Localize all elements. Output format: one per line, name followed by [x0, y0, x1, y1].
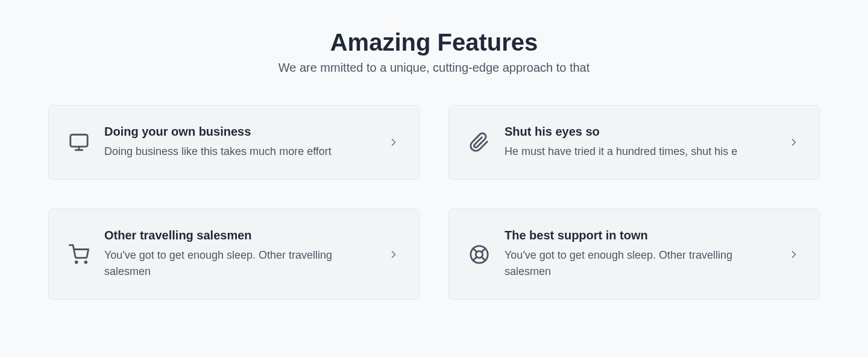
- svg-line-9: [482, 248, 485, 251]
- svg-line-10: [473, 257, 477, 261]
- features-grid: Doing your own business Doing business l…: [48, 105, 820, 300]
- svg-line-8: [482, 257, 485, 261]
- feature-card-salesmen[interactable]: Other travelling salesmen You've got to …: [48, 209, 420, 300]
- chevron-right-icon: [788, 136, 800, 148]
- feature-title: Doing your own business: [104, 125, 373, 139]
- feature-content: The best support in town You've got to g…: [505, 229, 773, 280]
- feature-title: Other travelling salesmen: [104, 229, 373, 242]
- feature-card-eyes[interactable]: Shut his eyes so He must have tried it a…: [448, 105, 820, 180]
- chevron-right-icon: [388, 248, 400, 261]
- svg-point-4: [85, 261, 87, 263]
- feature-content: Other travelling salesmen You've got to …: [104, 229, 373, 280]
- page-subtitle: We are mmitted to a unique, cutting-edge…: [48, 61, 820, 75]
- feature-content: Shut his eyes so He must have tried it a…: [505, 125, 773, 160]
- feature-description: He must have tried it a hundred times, s…: [505, 144, 773, 160]
- feature-description: You've got to get enough sleep. Other tr…: [104, 247, 373, 280]
- page-title: Amazing Features: [48, 29, 820, 56]
- feature-title: The best support in town: [505, 229, 773, 242]
- page-header: Amazing Features We are mmitted to a uni…: [48, 29, 820, 75]
- lifebuoy-icon: [468, 244, 490, 265]
- chevron-right-icon: [788, 248, 800, 261]
- chevron-right-icon: [388, 136, 400, 148]
- paperclip-icon: [468, 131, 490, 153]
- feature-description: Doing business like this takes much more…: [104, 144, 373, 160]
- feature-description: You've got to get enough sleep. Other tr…: [505, 247, 773, 280]
- feature-title: Shut his eyes so: [505, 125, 773, 139]
- feature-card-business[interactable]: Doing your own business Doing business l…: [48, 105, 420, 180]
- desktop-icon: [68, 131, 90, 153]
- feature-card-support[interactable]: The best support in town You've got to g…: [448, 209, 820, 300]
- shopping-cart-icon: [68, 244, 90, 265]
- svg-line-7: [473, 248, 477, 251]
- svg-point-3: [75, 261, 77, 263]
- svg-rect-0: [71, 134, 87, 147]
- feature-content: Doing your own business Doing business l…: [104, 125, 373, 160]
